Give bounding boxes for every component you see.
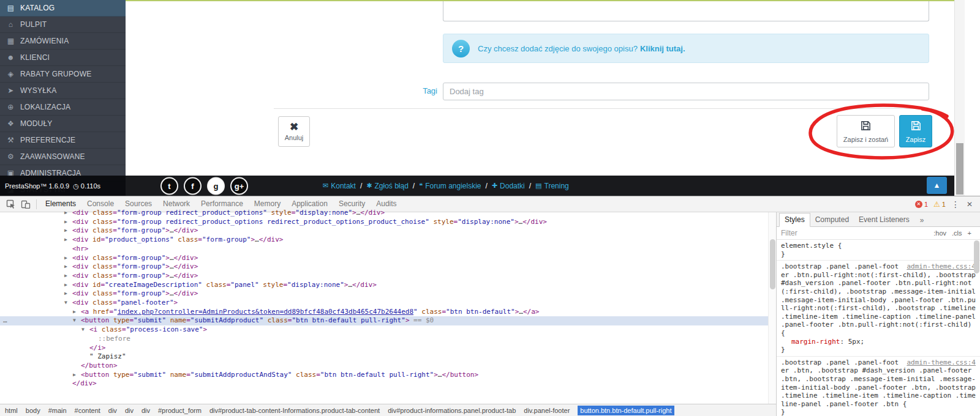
breadcrumb-item[interactable]: div [125, 407, 134, 414]
dom-row[interactable]: ▶<div class="form-group">…</div> [0, 226, 776, 236]
sidebar-item-lokalizacja[interactable]: ⊕LOKALIZACJA [0, 99, 126, 116]
disclosure-closed-icon[interactable]: ▶ [73, 371, 81, 380]
sidebar-item-zamowienia[interactable]: ▦ZAMÓWIENIA [0, 33, 126, 50]
twitter-icon[interactable]: t [160, 177, 178, 195]
styles-tabs: StylesComputedEvent Listeners» [777, 212, 980, 227]
devtools-menu-icon[interactable]: ⋮ [946, 199, 965, 209]
dom-row[interactable]: ▶<button type="submit" name="submitAddpr… [0, 371, 776, 380]
styles-tab-styles[interactable]: Styles [779, 213, 810, 227]
dom-row[interactable]: ▼<i class="process-icon-save"> [0, 325, 776, 335]
breadcrumb-item[interactable]: html [5, 407, 18, 414]
breadcrumb-item[interactable]: body [26, 407, 40, 414]
help-link[interactable]: Kliknij tutaj. [640, 44, 685, 53]
save-and-stay-button[interactable]: Zapisz i zostań [837, 115, 895, 147]
breadcrumb-item[interactable]: div#product-informations.panel.product-t… [388, 407, 516, 414]
disclosure-closed-icon[interactable]: ▶ [64, 254, 72, 263]
sidebar-item-rabaty-grupowe[interactable]: ◈RABATY GRUPOWE [0, 66, 126, 83]
dom-row[interactable]: </i> [0, 344, 776, 353]
sidebar-item-katalog[interactable]: ▤KATALOG [0, 0, 126, 17]
dom-row[interactable]: " Zapisz" [0, 352, 776, 362]
more-tabs-icon[interactable]: » [917, 214, 927, 226]
dom-row[interactable]: ▶<a href="index.php?controller=AdminProd… [0, 308, 776, 317]
description-textarea[interactable] [443, 1, 929, 21]
code-token: > [405, 316, 410, 324]
breadcrumb-item[interactable]: #main [48, 407, 67, 414]
disclosure-closed-icon[interactable]: ▶ [64, 281, 72, 290]
new-rule-button[interactable]: + [968, 229, 971, 237]
elements-scrollbar[interactable] [768, 212, 776, 404]
scrollbar-thumb[interactable] [974, 240, 979, 273]
class-toggle[interactable]: .cls [952, 229, 962, 237]
footer-link[interactable]: ✱Zgłoś błąd [366, 182, 409, 190]
disclosure-closed-icon[interactable]: ▶ [64, 236, 72, 245]
facebook-icon[interactable]: f [184, 177, 202, 195]
disclosure-closed-icon[interactable]: ▶ [64, 262, 72, 272]
error-badge-icon[interactable]: ✕ [915, 201, 922, 208]
code-token: <div [72, 262, 89, 270]
dom-row[interactable]: ▶<div id="product_options" class="form-g… [0, 236, 776, 245]
error-count[interactable]: 1 [924, 201, 928, 208]
breadcrumb-item[interactable]: div#product-tab-content-Informations.pro… [209, 407, 380, 414]
dom-row[interactable]: ▶<div class="form-group redirect_product… [0, 218, 776, 227]
footer-link[interactable]: ▤Trening [535, 182, 569, 190]
dom-row[interactable]: ▶<div id="createImageDescription" class=… [0, 281, 776, 290]
hover-state-toggle[interactable]: :hov [933, 229, 946, 237]
breadcrumb-item[interactable]: #product_form [158, 407, 202, 414]
breadcrumb-item[interactable]: div [141, 407, 150, 414]
sidebar-item-klienci[interactable]: ☻KLIENCI [0, 50, 126, 66]
disclosure-closed-icon[interactable]: ▶ [64, 289, 72, 299]
tag-input[interactable] [443, 83, 929, 100]
googleplus-icon[interactable]: g+ [230, 177, 248, 195]
sidebar-item-wysylka[interactable]: ➤WYSYŁKA [0, 83, 126, 99]
styles-tab-event-listeners[interactable]: Event Listeners [854, 214, 914, 226]
dom-row[interactable]: ▶<div class="form-group">…</div> [0, 254, 776, 263]
footer-link[interactable]: ✚Dodatki [492, 182, 525, 190]
dom-row[interactable]: <hr> [0, 245, 776, 254]
styles-scrollbar[interactable] [973, 240, 980, 399]
footer-link[interactable]: ✉Kontakt [323, 182, 356, 190]
sidebar-item-zaawansowane[interactable]: ⚙ZAAWANSOWANE [0, 149, 126, 165]
devtools-close-icon[interactable]: ✕ [965, 200, 976, 209]
cancel-button[interactable]: ✖ Anuluj [278, 116, 310, 147]
dom-row[interactable]: </div> [0, 379, 776, 388]
github-icon[interactable]: g [207, 177, 225, 195]
sidebar-item-moduly[interactable]: ❖MODUŁY [0, 116, 126, 132]
dom-row[interactable]: ▶<div class="form-group redirect_product… [0, 209, 776, 218]
dom-row[interactable]: ::before [0, 335, 776, 344]
scroll-to-top-button[interactable]: ▲ [927, 177, 947, 194]
breadcrumb-item[interactable]: div.panel-footer [524, 407, 570, 414]
dom-row[interactable]: ▶<div class="form-group">…</div> [0, 262, 776, 272]
css-source-link[interactable]: admin-theme.css:4 [907, 358, 976, 367]
dom-row[interactable]: ▶<div class="form-group">…</div> [0, 289, 776, 299]
disclosure-open-icon[interactable]: ▼ [64, 299, 72, 308]
scrollbar-thumb[interactable] [956, 143, 963, 195]
sidebar-item-pulpit[interactable]: ⌂PULPIT [0, 17, 126, 33]
disclosure-closed-icon[interactable]: ▶ [64, 226, 72, 236]
disclosure-closed-icon[interactable]: ▶ [64, 272, 72, 281]
breadcrumb-item[interactable]: div [108, 407, 117, 414]
dom-row[interactable]: ▶<div class="form-group">…</div> [0, 272, 776, 281]
code-token: = [109, 308, 113, 316]
page-scrollbar[interactable] [954, 0, 965, 196]
css-source-link[interactable]: admin-theme.css:4 [907, 262, 976, 271]
save-button[interactable]: Zapisz [899, 115, 932, 147]
breadcrumb-item[interactable]: #content [75, 407, 100, 414]
styles-tab-computed[interactable]: Computed [810, 214, 854, 226]
dom-row[interactable]: ▼<button type="submit" name="submitAddpr… [0, 316, 776, 325]
styles-filter-input[interactable]: Filter [781, 229, 797, 237]
disclosure-closed-icon[interactable]: ▶ [64, 218, 72, 227]
breadcrumb-item[interactable]: button.btn.btn-default.pull-right [578, 406, 674, 415]
code-token: > [514, 218, 519, 226]
css-property[interactable]: margin-right: 5px; [781, 338, 976, 346]
disclosure-closed-icon[interactable]: ▶ [73, 308, 81, 317]
dom-row[interactable]: </button> [0, 362, 776, 371]
sidebar-item-preferencje[interactable]: ⚒PREFERENCJE [0, 132, 126, 149]
code-token: type [109, 316, 129, 324]
dom-row[interactable]: ▼<div class="panel-footer"> [0, 299, 776, 308]
disclosure-open-icon[interactable]: ▼ [73, 316, 81, 325]
footer-link[interactable]: ❝Forum angielskie [419, 182, 481, 190]
disclosure-open-icon[interactable]: ▼ [81, 325, 89, 335]
scrollbar-thumb[interactable] [770, 239, 775, 289]
disclosure-closed-icon[interactable]: ▶ [64, 209, 72, 218]
warning-badge-icon[interactable]: ⚠ [933, 201, 940, 208]
